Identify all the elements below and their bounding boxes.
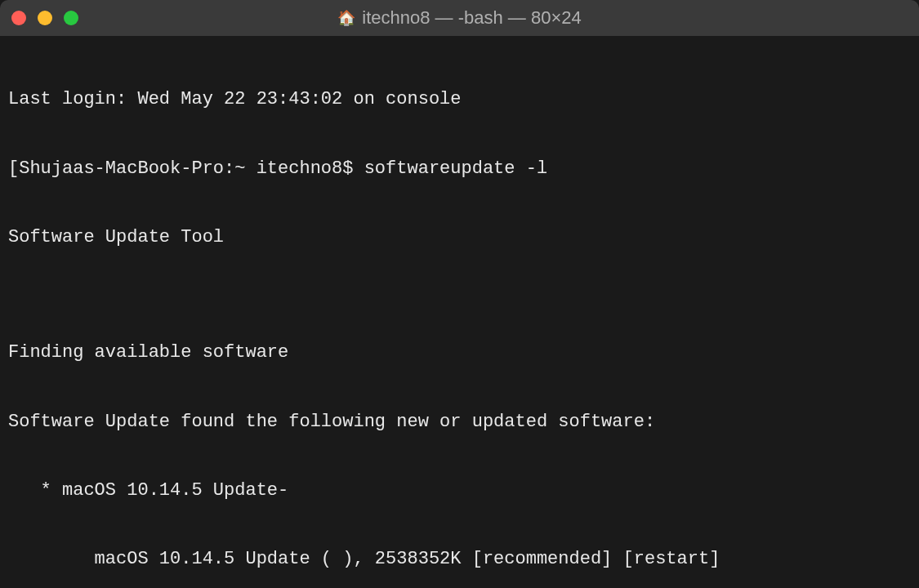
terminal-body[interactable]: Last login: Wed May 22 23:43:02 on conso… xyxy=(0,36,919,588)
minimize-icon[interactable] xyxy=(38,11,52,25)
titlebar[interactable]: 🏠 itechno8 — -bash — 80×24 xyxy=(0,0,919,36)
home-icon: 🏠 xyxy=(337,9,355,27)
prompt-bracket: [ xyxy=(8,158,19,179)
title-container: 🏠 itechno8 — -bash — 80×24 xyxy=(0,7,919,29)
window-title: itechno8 — -bash — 80×24 xyxy=(362,7,581,29)
found-heading-line: Software Update found the following new … xyxy=(8,411,911,434)
last-login-line: Last login: Wed May 22 23:43:02 on conso… xyxy=(8,88,911,111)
update-item-1-detail: macOS 10.14.5 Update ( ), 2538352K [reco… xyxy=(8,548,911,571)
prompt-line-1: [Shujaas-MacBook-Pro:~ itechno8$ softwar… xyxy=(8,158,911,180)
maximize-icon[interactable] xyxy=(64,11,78,25)
terminal-window: 🏠 itechno8 — -bash — 80×24 Last login: W… xyxy=(0,0,919,588)
command-text: softwareupdate -l xyxy=(364,158,547,179)
tool-name-line: Software Update Tool xyxy=(8,226,911,249)
finding-line: Finding available software xyxy=(8,341,911,364)
close-icon[interactable] xyxy=(11,11,26,25)
prompt-text: Shujaas-MacBook-Pro:~ itechno8$ xyxy=(19,158,364,179)
traffic-lights xyxy=(11,11,78,25)
update-item-1-bullet: * macOS 10.14.5 Update- xyxy=(8,479,911,502)
